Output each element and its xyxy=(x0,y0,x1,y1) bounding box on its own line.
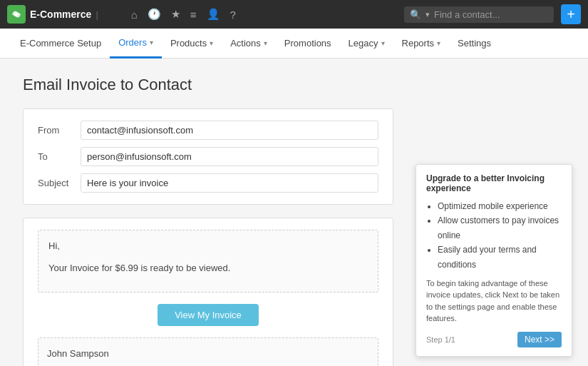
nav-ecommerce-setup[interactable]: E-Commerce Setup xyxy=(11,29,110,59)
add-button[interactable]: + xyxy=(561,4,581,24)
subject-row: Subject xyxy=(38,173,378,193)
signature-line1: John Sampson xyxy=(47,345,369,362)
nav-orders[interactable]: Orders ▾ xyxy=(110,29,162,59)
nav-actions[interactable]: Actions ▾ xyxy=(222,29,276,59)
from-row: From xyxy=(38,121,378,140)
view-invoice-button[interactable]: View My Invoice xyxy=(158,304,259,326)
search-area[interactable]: 🔍 ▾ xyxy=(404,6,554,23)
from-label: From xyxy=(38,125,81,136)
list-icon[interactable]: ≡ xyxy=(190,9,197,21)
top-bar: E-Commerce | ⌂ 🕐 ★ ≡ 👤 ? 🔍 ▾ + xyxy=(0,0,588,29)
actions-arrow: ▾ xyxy=(264,39,267,47)
nav-settings[interactable]: Settings xyxy=(449,29,500,59)
top-icons: ⌂ 🕐 ★ ≡ 👤 ? xyxy=(131,8,236,21)
nav-products[interactable]: Products ▾ xyxy=(162,29,222,59)
products-arrow: ▾ xyxy=(210,39,213,47)
person-icon[interactable]: 👤 xyxy=(207,8,220,21)
upgrade-footer: Step 1/1 Next >> xyxy=(426,332,562,347)
orders-arrow: ▾ xyxy=(150,39,153,46)
upgrade-title: Upgrade to a better Invoicing experience xyxy=(426,173,562,193)
upgrade-list: Optimized mobile experience Allow custom… xyxy=(426,199,562,272)
legacy-arrow: ▾ xyxy=(381,39,385,47)
upgrade-description: To begin taking advantage of these invoi… xyxy=(426,278,562,325)
invoice-button-area: View My Invoice xyxy=(38,304,378,326)
upgrade-bullet3: Easily add your terms and conditions xyxy=(438,243,562,272)
help-icon[interactable]: ? xyxy=(230,9,236,21)
to-row: To xyxy=(38,147,378,166)
search-dropdown-icon[interactable]: ▾ xyxy=(425,10,430,19)
star-icon[interactable]: ★ xyxy=(171,8,180,21)
logo-icon xyxy=(7,5,26,24)
content-wrapper: From To Subject Hi, Your Invoice for $6.… xyxy=(23,108,565,366)
email-message: Your Invoice for $6.99 is ready to be vi… xyxy=(48,261,368,276)
clock-icon[interactable]: 🕐 xyxy=(148,8,161,21)
to-label: To xyxy=(38,151,81,162)
signature-text: John Sampson Sales Rep Acme, Inc. xyxy=(47,345,369,366)
subject-label: Subject xyxy=(38,178,81,188)
app-name: E-Commerce xyxy=(30,9,91,20)
from-input[interactable] xyxy=(81,121,378,140)
nav-bar: E-Commerce Setup Orders ▾ Products ▾ Act… xyxy=(0,29,588,59)
nav-reports[interactable]: Reports ▾ xyxy=(393,29,450,59)
upgrade-next-button[interactable]: Next >> xyxy=(517,332,562,347)
upgrade-bullet2: Allow customers to pay invoices online xyxy=(438,213,562,243)
signature-line2: Sales Rep xyxy=(47,362,369,366)
app-logo[interactable]: E-Commerce xyxy=(7,5,91,24)
upgrade-bullet1: Optimized mobile experience xyxy=(438,199,562,213)
search-icon: 🔍 xyxy=(410,9,421,20)
top-divider: | xyxy=(96,9,98,20)
upgrade-box: Upgrade to a better Invoicing experience… xyxy=(416,164,572,357)
svg-point-0 xyxy=(15,13,19,16)
signature-area: John Sampson Sales Rep Acme, Inc. xyxy=(38,337,378,366)
subject-input[interactable] xyxy=(81,173,378,193)
email-form: From To Subject xyxy=(23,108,393,205)
page-title: Email Invoice to Contact xyxy=(23,76,565,94)
email-greeting: Hi, xyxy=(48,239,368,254)
to-input[interactable] xyxy=(81,147,378,166)
search-input[interactable] xyxy=(434,9,548,20)
email-body: Hi, Your Invoice for $6.99 is ready to b… xyxy=(23,218,393,366)
nav-legacy[interactable]: Legacy ▾ xyxy=(340,29,393,59)
upgrade-step: Step 1/1 xyxy=(426,335,455,344)
nav-promotions[interactable]: Promotions xyxy=(276,29,340,59)
reports-arrow: ▾ xyxy=(437,39,440,47)
home-icon[interactable]: ⌂ xyxy=(131,9,138,21)
